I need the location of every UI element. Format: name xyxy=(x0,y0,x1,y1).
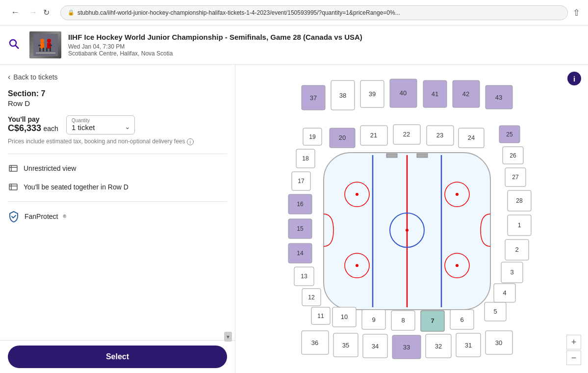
svg-rect-17 xyxy=(9,184,17,190)
search-button[interactable] xyxy=(8,38,20,53)
svg-text:5: 5 xyxy=(493,308,497,315)
svg-rect-13 xyxy=(36,53,55,53)
event-info: IIHF Ice Hockey World Junior Championshi… xyxy=(68,33,362,57)
svg-text:34: 34 xyxy=(371,343,378,350)
divider-1 xyxy=(8,154,227,154)
event-header: IIHF Ice Hockey World Junior Championshi… xyxy=(0,26,588,65)
svg-text:18: 18 xyxy=(302,155,309,162)
svg-text:43: 43 xyxy=(495,94,502,101)
event-date: Wed Jan 04, 7:30 PM xyxy=(68,43,362,50)
svg-line-1 xyxy=(16,45,19,49)
svg-rect-12 xyxy=(50,45,52,46)
quantity-label: Quantity xyxy=(72,118,129,123)
select-button[interactable]: Select xyxy=(8,346,227,368)
svg-point-3 xyxy=(40,39,44,43)
row-label: Row D xyxy=(8,99,227,107)
svg-text:11: 11 xyxy=(317,313,324,320)
seated-together-icon xyxy=(8,182,19,192)
zoom-out-button[interactable]: − xyxy=(566,350,581,365)
feature-seated-label: You'll be seated together in Row D xyxy=(24,183,128,191)
zoom-in-button[interactable]: + xyxy=(566,335,581,349)
svg-text:7: 7 xyxy=(431,317,434,324)
fan-protect-label: FanProtect xyxy=(25,213,58,220)
svg-rect-95 xyxy=(417,154,428,158)
tax-info-icon[interactable]: i xyxy=(187,138,194,145)
feature-unrestricted-view: Unrestricted view xyxy=(8,159,227,178)
svg-text:23: 23 xyxy=(436,132,443,139)
svg-text:40: 40 xyxy=(399,89,406,97)
price-amount: C$6,333 xyxy=(8,123,41,133)
svg-text:32: 32 xyxy=(435,343,441,350)
svg-rect-94 xyxy=(386,154,397,158)
back-chevron-icon: ‹ xyxy=(8,73,10,81)
share-button[interactable]: ⇧ xyxy=(573,7,580,18)
main-layout: ‹ Back to tickets Section: 7 Row D You'l… xyxy=(0,65,588,373)
svg-text:35: 35 xyxy=(342,342,349,349)
lock-icon: 🔒 xyxy=(68,9,75,16)
svg-text:30: 30 xyxy=(495,339,502,346)
info-button[interactable]: i xyxy=(567,72,581,85)
svg-text:12: 12 xyxy=(308,294,315,301)
arena-map-panel: i 37 38 39 40 41 42 43 xyxy=(235,65,588,373)
svg-text:3: 3 xyxy=(510,268,513,276)
svg-point-85 xyxy=(406,229,409,232)
fan-protect-row: FanProtect® xyxy=(8,207,227,226)
scroll-down-indicator: ▼ xyxy=(224,332,232,342)
svg-text:22: 22 xyxy=(403,131,409,138)
svg-text:17: 17 xyxy=(298,178,305,185)
svg-text:41: 41 xyxy=(431,90,438,98)
price-section: You'll pay C$6,333 each xyxy=(8,115,58,133)
back-to-tickets-link[interactable]: ‹ Back to tickets xyxy=(8,73,227,81)
section-info: Section: 7 Row D xyxy=(8,89,227,107)
svg-text:4: 4 xyxy=(503,289,506,296)
you-pay-label: You'll pay xyxy=(8,115,58,123)
svg-text:14: 14 xyxy=(297,250,304,257)
svg-text:8: 8 xyxy=(401,317,405,324)
svg-text:39: 39 xyxy=(368,90,375,98)
quantity-selector[interactable]: Quantity 1 ticket 2 tickets 3 tickets 4 … xyxy=(66,115,135,134)
svg-text:25: 25 xyxy=(506,131,513,138)
svg-text:37: 37 xyxy=(309,94,316,102)
quantity-dropdown[interactable]: 1 ticket 2 tickets 3 tickets 4 tickets xyxy=(72,123,129,132)
svg-text:27: 27 xyxy=(512,174,519,181)
back-button[interactable]: ← xyxy=(8,5,23,20)
svg-rect-6 xyxy=(43,48,44,52)
tax-note: Prices include estimated tax, booking an… xyxy=(8,137,227,146)
svg-point-0 xyxy=(10,40,16,46)
svg-point-93 xyxy=(456,264,459,267)
svg-rect-10 xyxy=(46,48,48,52)
zoom-controls: + − xyxy=(566,335,581,365)
price-quantity-row: You'll pay C$6,333 each Quantity 1 ticke… xyxy=(8,115,227,134)
event-thumbnail xyxy=(29,31,61,58)
svg-text:24: 24 xyxy=(467,134,474,141)
svg-text:36: 36 xyxy=(311,339,318,346)
left-panel: ‹ Back to tickets Section: 7 Row D You'l… xyxy=(0,65,235,373)
svg-rect-7 xyxy=(38,45,41,46)
event-title: IIHF Ice Hockey World Junior Championshi… xyxy=(68,33,362,42)
svg-point-89 xyxy=(356,264,358,267)
svg-rect-5 xyxy=(39,48,41,52)
svg-text:13: 13 xyxy=(301,273,307,280)
nav-buttons: ← → ↻ xyxy=(8,5,50,20)
svg-text:38: 38 xyxy=(339,92,346,99)
forward-button[interactable]: → xyxy=(26,5,40,20)
svg-text:6: 6 xyxy=(460,316,463,323)
select-button-area: Select xyxy=(0,340,235,373)
address-bar[interactable]: 🔒 stubhub.ca/iihf-world-junior-hockey-ch… xyxy=(60,5,568,20)
svg-text:28: 28 xyxy=(516,197,523,204)
fan-protect-icon xyxy=(8,211,20,222)
divider-2 xyxy=(8,201,227,202)
svg-point-91 xyxy=(456,193,459,196)
svg-text:1: 1 xyxy=(517,221,521,229)
svg-point-87 xyxy=(356,193,358,196)
arena-seating-map: 37 38 39 40 41 42 43 19 18 xyxy=(275,77,549,361)
svg-text:15: 15 xyxy=(297,225,304,232)
svg-text:42: 42 xyxy=(462,90,469,98)
browser-toolbar: ← → ↻ 🔒 stubhub.ca/iihf-world-junior-hoc… xyxy=(0,0,588,26)
feature-seated-together: You'll be seated together in Row D xyxy=(8,178,227,196)
svg-text:20: 20 xyxy=(338,134,345,141)
svg-text:9: 9 xyxy=(372,316,375,323)
left-panel-scroll[interactable]: ‹ Back to tickets Section: 7 Row D You'l… xyxy=(0,65,235,340)
svg-text:21: 21 xyxy=(370,132,377,139)
refresh-button[interactable]: ↻ xyxy=(43,8,50,17)
